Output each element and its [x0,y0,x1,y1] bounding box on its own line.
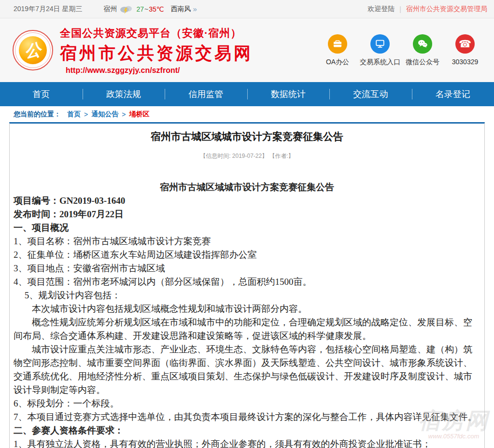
wind-text: 西南风 [170,5,191,14]
platform-name: 全国公共资源交易平台（安徽·宿州） [60,26,253,41]
site-logo: 公 [13,30,53,70]
breadcrumb-notices-link[interactable]: 通知公告 [91,110,118,119]
page-title: 宿州市古城区域城市设计方案竞赛征集公告 [10,130,484,143]
nav-item-policies[interactable]: 政策法规 [83,82,165,106]
temp-low: 27 [136,5,144,13]
paragraph: 概念性规划应统筹分析规划区域在市域和城市中的功能和定位，合理确定规划区域的战略定… [14,316,480,343]
admin-bureau-link[interactable]: 宿州市公共资源交易管理局 [406,5,487,14]
breadcrumb-label: 您当前的位置： [14,110,61,119]
quick-link-label: 微信公众号 [401,58,444,67]
site-name: 宿州市公共资源交易网 [60,42,253,65]
paragraph: 1、具有独立法人资格，具有有效的营业执照；外商企业参赛的，须具有有效的外商投资企… [14,437,480,448]
wechat-icon [413,34,432,54]
nav-item-home[interactable]: 首页 [0,82,83,106]
breadcrumb-separator: > [84,111,88,118]
article-container: 宿州市古城区域城市设计方案竞赛征集公告 【信息时间: 2019-07-22】 【… [9,122,485,448]
main-nav: 首页 政策法规 信用监管 数据统计 交流互动 名录登记 [0,82,494,106]
topbar-divider: | [399,5,401,13]
section-heading: 二、参赛人资格条件要求： [14,424,480,437]
welcome-login-link[interactable]: 欢迎登陆 [367,5,395,14]
top-bar: 2019年7月24日 星期三 宿州 27 ~ 35℃ 西南风 » 欢迎登陆 | … [0,0,494,18]
temp-tilde: ~ [144,5,148,13]
publish-date: 发布时间：2019年07月22日 [14,208,480,221]
quick-link-phone[interactable]: ☎ 3030329 [444,34,486,66]
briefcase-icon [328,34,347,54]
weather-more-arrow-icon[interactable]: » [193,5,197,13]
article-meta: 【信息时间: 2019-07-22】 【作者:】 [10,152,484,160]
site-url[interactable]: http://www.szggzyjy.cn/szfront/ [60,66,253,75]
quick-link-oa[interactable]: OA办公 [316,34,359,67]
nav-item-registry[interactable]: 名录登记 [412,82,494,106]
date-text: 2019年7月24日 星期三 [14,5,82,14]
weather-city: 宿州 [103,5,117,14]
article-inner-title: 宿州市古城区域城市设计方案竞赛征集公告 [14,181,480,194]
quick-link-label: 交易系统入口 [359,58,401,67]
nav-item-credit[interactable]: 信用监管 [165,82,247,106]
paragraph: 6、标段划分：一个标段。 [14,397,480,410]
breadcrumb: 您当前的位置： 首页 > 通知公告 > 埇桥区 [0,106,494,122]
paragraph: 城市设计应重点关注城市形态、产业业态、环境生态、文脉特色等内容，包括核心空间格局… [14,343,480,397]
project-number: 项目编号：GN2019-03-1640 [14,194,480,208]
article-body: 宿州市古城区域城市设计方案竞赛征集公告 项目编号：GN2019-03-1640 … [10,181,484,448]
quick-links: OA办公 交易系统入口 [316,34,486,67]
monitor-icon [370,34,390,54]
paragraph: 5、规划设计内容包括： [14,289,480,302]
nav-item-interaction[interactable]: 交流互动 [329,82,412,106]
paragraph: 3、项目地点：安徽省宿州市古城区域 [14,262,480,275]
nav-item-statistics[interactable]: 数据统计 [247,82,330,106]
page: 2019年7月24日 星期三 宿州 27 ~ 35℃ 西南风 » 欢迎登陆 | … [0,0,494,448]
phone-icon: ☎ [455,34,475,54]
breadcrumb-home-link[interactable]: 首页 [67,110,81,119]
paragraph: 1、项目名称：宿州市古城区域城市设计方案竞赛 [14,235,480,248]
temp-high: 35℃ [149,5,164,13]
quick-link-label: OA办公 [316,58,359,67]
breadcrumb-current: 埇桥区 [129,110,149,119]
logo-character: 公 [24,41,42,59]
paragraph: 7、本项目通过竞赛方式选择中选单位，由其负责本项目最终设计方案的深化与整合工作，… [14,410,480,424]
section-heading: 一、项目概况 [14,221,480,235]
thunderstorm-icon [119,4,133,14]
paragraph: 2、征集单位：埇桥区道东火车站周边区域建设指挥部办公室 [14,248,480,262]
quick-link-wechat[interactable]: 微信公众号 [401,34,444,67]
paragraph: 本次城市设计内容包括规划区域概念性规划和城市设计两部分内容。 [14,302,480,316]
breadcrumb-separator: > [122,111,126,118]
paragraph: 4、项目范围：宿州市老环城河以内（部分区域保留），总面积约1500亩。 [14,275,480,289]
quick-link-trade-system[interactable]: 交易系统入口 [359,34,401,67]
site-header: 公 全国公共资源交易平台（安徽·宿州） 宿州市公共资源交易网 http://ww… [0,18,494,82]
logo-seal-icon: 公 [19,36,47,64]
quick-link-label: 3030329 [444,58,486,66]
site-title-block: 全国公共资源交易平台（安徽·宿州） 宿州市公共资源交易网 http://www.… [60,26,253,75]
